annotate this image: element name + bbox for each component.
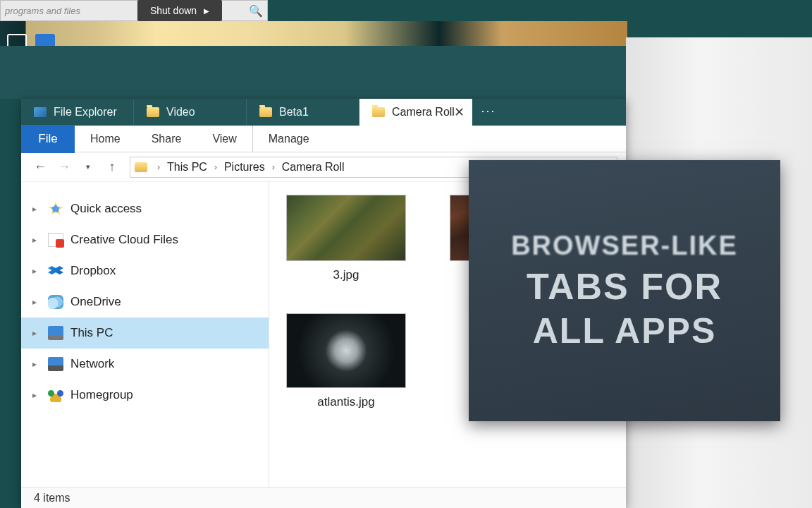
tab-beta1[interactable]: Beta1 xyxy=(247,99,359,126)
tab-file-explorer[interactable]: File Explorer xyxy=(21,99,134,126)
file-thumbnail xyxy=(286,313,406,388)
promo-line: TABS FOR xyxy=(527,265,722,308)
expand-icon[interactable]: ▸ xyxy=(32,297,42,307)
tab-label: File Explorer xyxy=(54,106,117,119)
folder-icon xyxy=(372,107,385,117)
file-name: 3.jpg xyxy=(333,268,359,282)
chevron-right-icon: › xyxy=(153,162,164,172)
tab-label: Video xyxy=(166,106,195,119)
window-tab-strip: File Explorer Video Beta1 Camera Roll ✕ … xyxy=(21,99,626,126)
sidebar-item-label: This PC xyxy=(70,326,113,340)
item-count: 4 items xyxy=(34,492,70,504)
desktop-wallpaper-strip xyxy=(0,21,627,46)
sidebar-item-quick-access[interactable]: ▸Quick access xyxy=(21,193,269,224)
sidebar-item-label: Quick access xyxy=(70,202,142,216)
forward-button[interactable]: → xyxy=(54,157,75,178)
tab-label: Beta1 xyxy=(279,106,309,119)
tab-label: Camera Roll xyxy=(392,106,455,119)
recent-locations-button[interactable]: ▾ xyxy=(78,157,99,178)
breadcrumb-segment[interactable]: This PC xyxy=(164,161,210,174)
search-icon[interactable]: 🔍 xyxy=(249,4,263,18)
navigation-pane: ▸Quick access ▸Creative Cloud Files ▸Dro… xyxy=(21,182,269,487)
folder-icon xyxy=(135,162,147,172)
tab-camera-roll[interactable]: Camera Roll ✕ xyxy=(359,99,472,126)
chevron-right-icon: › xyxy=(268,162,279,172)
back-button[interactable]: ← xyxy=(30,157,51,178)
sidebar-item-label: Creative Cloud Files xyxy=(70,233,178,247)
creative-cloud-icon xyxy=(48,233,63,247)
sidebar-item-homegroup[interactable]: ▸Homegroup xyxy=(21,380,269,411)
ribbon: File Home Share View Manage xyxy=(21,126,626,152)
ribbon-tab-home[interactable]: Home xyxy=(75,126,136,152)
close-tab-icon[interactable]: ✕ xyxy=(454,104,465,120)
background xyxy=(0,46,626,99)
promo-line: ALL APPS xyxy=(533,310,716,351)
ribbon-tab-manage[interactable]: Manage xyxy=(252,126,325,152)
chevron-right-icon: › xyxy=(210,162,221,172)
file-thumbnail xyxy=(286,195,406,261)
sidebar-item-label: Dropbox xyxy=(70,264,116,278)
start-search-placeholder: programs and files xyxy=(5,6,80,16)
expand-icon[interactable]: ▸ xyxy=(32,390,42,400)
star-icon xyxy=(48,202,63,216)
expand-icon[interactable]: ▸ xyxy=(32,204,42,214)
file-menu-button[interactable]: File xyxy=(21,125,75,153)
expand-icon[interactable]: ▸ xyxy=(32,359,42,369)
shutdown-button[interactable]: Shut down ▶ xyxy=(137,0,222,21)
breadcrumb-segment[interactable]: Pictures xyxy=(221,161,268,174)
status-bar: 4 items xyxy=(21,487,626,508)
file-item[interactable]: 3.jpg xyxy=(286,195,406,282)
tab-overflow-button[interactable]: ⋮ xyxy=(472,99,505,126)
sidebar-item-this-pc[interactable]: ▸This PC xyxy=(21,318,269,349)
file-explorer-icon xyxy=(34,107,47,117)
ribbon-tab-share[interactable]: Share xyxy=(136,126,197,152)
sidebar-item-onedrive[interactable]: ▸OneDrive xyxy=(21,286,269,318)
chevron-right-icon: ▶ xyxy=(204,7,209,15)
expand-icon[interactable]: ▸ xyxy=(32,266,42,276)
sidebar-item-dropbox[interactable]: ▸Dropbox xyxy=(21,255,269,286)
folder-icon xyxy=(147,107,159,117)
file-name: atlantis.jpg xyxy=(317,395,374,409)
sidebar-item-label: Homegroup xyxy=(70,388,133,402)
sidebar-item-creative-cloud[interactable]: ▸Creative Cloud Files xyxy=(21,224,269,255)
onedrive-icon xyxy=(48,295,63,309)
network-icon xyxy=(48,357,63,371)
file-item[interactable]: atlantis.jpg xyxy=(286,313,406,409)
dropbox-icon xyxy=(48,264,63,278)
sidebar-item-label: OneDrive xyxy=(70,295,121,309)
promo-line: BROWSER-LIKE xyxy=(511,231,738,261)
ribbon-tab-view[interactable]: View xyxy=(197,126,252,152)
expand-icon[interactable]: ▸ xyxy=(32,235,42,245)
breadcrumb-segment[interactable]: Camera Roll xyxy=(279,161,347,174)
homegroup-icon xyxy=(48,388,63,402)
tab-video[interactable]: Video xyxy=(134,99,247,126)
promo-overlay: BROWSER-LIKE TABS FOR ALL APPS xyxy=(469,160,780,421)
sidebar-item-network[interactable]: ▸Network xyxy=(21,349,269,380)
this-pc-icon xyxy=(48,326,63,340)
expand-icon[interactable]: ▸ xyxy=(32,328,42,338)
up-button[interactable]: ↑ xyxy=(102,157,123,178)
folder-icon xyxy=(259,107,272,117)
shutdown-label: Shut down xyxy=(150,5,197,16)
sidebar-item-label: Network xyxy=(70,357,114,371)
